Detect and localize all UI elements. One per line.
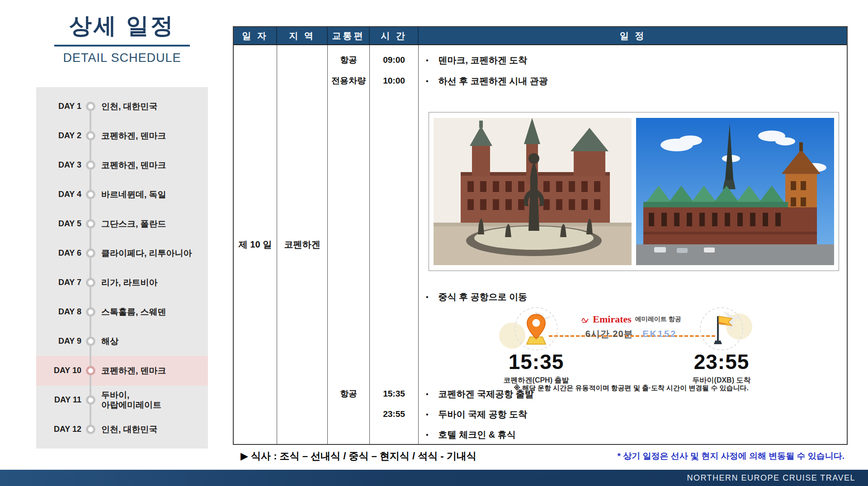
time-cell: 15:35 — [370, 389, 418, 399]
page-title: 상세 일정 — [27, 14, 217, 38]
transport-cell: 항공 — [328, 54, 369, 66]
timeline-day-location: 그단스크, 폴란드 — [99, 219, 208, 229]
timeline-day-label: DAY 3 — [36, 161, 81, 170]
timeline-day-location: 코펜하겐, 덴마크 — [99, 160, 208, 170]
timeline-day-label: DAY 7 — [36, 278, 81, 288]
time-cell: 10:00 — [370, 76, 418, 86]
arrival-time: 23:55 — [672, 351, 771, 372]
arrival-endpoint: ✈ 23:55 — [672, 313, 771, 385]
timeline-day-location: 스톡홀름, 스웨덴 — [99, 307, 208, 317]
schedule-item: 하선 후 코펜하겐 시내 관광 — [419, 75, 847, 87]
schedule-item: 중식 후 공항으로 이동 — [419, 291, 847, 303]
timeline-day-dot — [86, 220, 95, 229]
transport-column: 항공 전용차량 항공 — [328, 45, 370, 444]
photo-box — [429, 112, 839, 271]
timeline-day-item: DAY 7리가, 라트비아 — [36, 278, 208, 288]
timeline-day-label: DAY 10 — [36, 366, 81, 376]
timeline-day-label: DAY 8 — [36, 308, 81, 317]
timeline-day-dot — [86, 190, 95, 200]
timeline-day-label: DAY 9 — [36, 337, 81, 346]
schedule-item: 덴마크, 코펜하겐 도착 — [419, 54, 847, 66]
timeline-day-location: 해상 — [99, 336, 208, 346]
timeline-panel: DAY 1인천, 대한민국DAY 2코펜하겐, 덴마크DAY 3코펜하겐, 덴마… — [36, 87, 208, 449]
timeline-day-item: DAY 2코펜하겐, 덴마크 — [36, 131, 208, 141]
timeline-day-dot — [86, 278, 95, 288]
detail-schedule-page: 상세 일정 DETAIL SCHEDULE DAY 1인천, 대한민국DAY 2… — [0, 0, 868, 486]
header-cell: 시 간 — [370, 27, 419, 44]
schedule-item: 두바이 국제 공항 도착 — [419, 408, 847, 421]
flight-info-widget: ✈ 15:35 코펜하겐(CPH) 출발 — [491, 313, 771, 396]
departure-time: 15:35 — [486, 351, 586, 372]
timeline-day-item: DAY 12인천, 대한민국 — [36, 425, 208, 435]
time-cell: 09:00 — [370, 55, 418, 65]
time-column: 09:00 10:00 15:35 23:55 — [370, 45, 419, 444]
timeline-day-item: DAY 10코펜하겐, 덴마크 — [36, 366, 208, 376]
timeline-day-dot — [86, 337, 95, 346]
timeline-day-dot — [86, 425, 95, 435]
timeline-day-location: 리가, 라트비아 — [99, 278, 208, 288]
flag-icon — [708, 313, 735, 348]
timeline-line — [90, 107, 91, 430]
schedule-table-body: 제 10 일 코펜하겐 항공 전용차량 항공 09:00 10:00 15:35… — [234, 45, 847, 444]
timeline-day-label: DAY 6 — [36, 249, 81, 258]
header-cell: 지 역 — [277, 27, 328, 44]
timeline-day-label: DAY 12 — [36, 425, 81, 435]
title-underline — [54, 45, 190, 47]
timeline-day-label: DAY 4 — [36, 190, 81, 200]
title-block: 상세 일정 DETAIL SCHEDULE — [27, 14, 217, 65]
timeline-day-location: 코펜하겐, 덴마크 — [99, 131, 208, 141]
timeline-day-item: DAY 5그단스크, 폴란드 — [36, 219, 208, 229]
timeline-day-item: DAY 4바르네뮌데, 독일 — [36, 190, 208, 200]
brand-text: NORTHERN EUROPE CRUISE TRAVEL — [687, 473, 855, 483]
timeline-day-item: DAY 3코펜하겐, 덴마크 — [36, 160, 208, 170]
emirates-calligraphy-icon — [581, 315, 589, 323]
location-pin-icon — [523, 313, 549, 348]
timeline-day-location: 두바이, 아랍에미레이트 — [99, 390, 208, 410]
transport-cell: 전용차량 — [328, 75, 369, 87]
schedule-item: 코펜하겐 국제공항 출발 — [419, 388, 847, 400]
timeline-day-location: 클라이페다, 리투아니아 — [99, 248, 208, 258]
timeline-day-item: DAY 9해상 — [36, 336, 208, 346]
timeline-day-item: DAY 1인천, 대한민국 — [36, 102, 208, 112]
timeline-day-dot — [86, 308, 95, 317]
page-subtitle: DETAIL SCHEDULE — [27, 51, 217, 65]
date-cell: 제 10 일 — [239, 238, 272, 251]
transport-cell: 항공 — [328, 388, 369, 400]
timeline-day-dot — [86, 161, 95, 170]
timeline-day-item: DAY 11두바이, 아랍에미레이트 — [36, 390, 208, 410]
schedule-change-notice: * 상기 일정은 선사 및 현지 사정에 의해 변동될 수 있습니다. — [618, 450, 844, 462]
schedule-table-header: 일 자지 역교통편시 간일 정 — [234, 27, 847, 45]
region-column: 코펜하겐 — [277, 45, 328, 444]
schedule-table: 일 자지 역교통편시 간일 정 제 10 일 코펜하겐 항공 전용차량 항공 0… — [233, 26, 848, 445]
header-cell: 일 자 — [234, 27, 277, 44]
header-cell: 일 정 — [419, 27, 847, 44]
emirates-logo: Emirates — [593, 313, 632, 325]
timeline-day-location: 인천, 대한민국 — [99, 102, 208, 112]
photo-borsen-copenhagen — [636, 118, 834, 265]
photo-frederiksborg-castle — [434, 118, 632, 265]
meals-info: ▶ 식사 : 조식 – 선내식 / 중식 – 현지식 / 석식 - 기내식 — [241, 449, 476, 463]
timeline-day-location: 인천, 대한민국 — [99, 425, 208, 435]
timeline-day-dot — [86, 131, 95, 141]
timeline-day-label: DAY 11 — [36, 396, 81, 405]
timeline-day-dot — [86, 396, 95, 405]
timeline-day-item: DAY 8스톡홀름, 스웨덴 — [36, 307, 208, 317]
timeline-day-label: DAY 2 — [36, 131, 81, 141]
timeline-day-item: DAY 6클라이페다, 리투아니아 — [36, 248, 208, 258]
region-cell: 코펜하겐 — [284, 238, 321, 251]
schedule-column: 덴마크, 코펜하겐 도착 하선 후 코펜하겐 시내 관광 — [419, 45, 847, 444]
date-column: 제 10 일 — [234, 45, 277, 444]
timeline-day-location: 코펜하겐, 덴마크 — [99, 366, 208, 376]
timeline-day-label: DAY 5 — [36, 220, 81, 229]
timeline-day-dot — [86, 249, 95, 258]
header-cell: 교통편 — [328, 27, 370, 44]
timeline-day-label: DAY 1 — [36, 102, 81, 112]
footer-bar: NORTHERN EUROPE CRUISE TRAVEL — [0, 470, 868, 486]
schedule-item: 호텔 체크인 & 휴식 — [419, 429, 847, 441]
timeline-day-location: 바르네뮌데, 독일 — [99, 190, 208, 200]
flight-duration: 6시간 20분 — [585, 329, 633, 339]
timeline-day-dot — [86, 102, 95, 112]
timeline-day-dot — [86, 366, 95, 376]
time-cell: 23:55 — [370, 409, 418, 419]
